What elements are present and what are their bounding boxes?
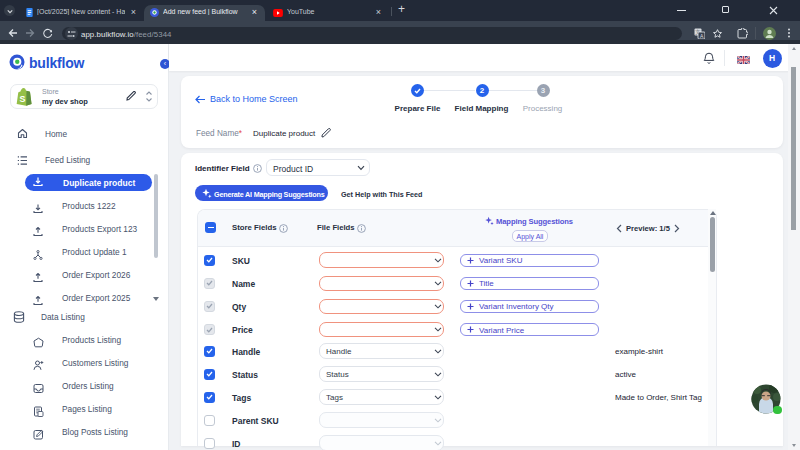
svg-text:S: S [19, 94, 25, 104]
